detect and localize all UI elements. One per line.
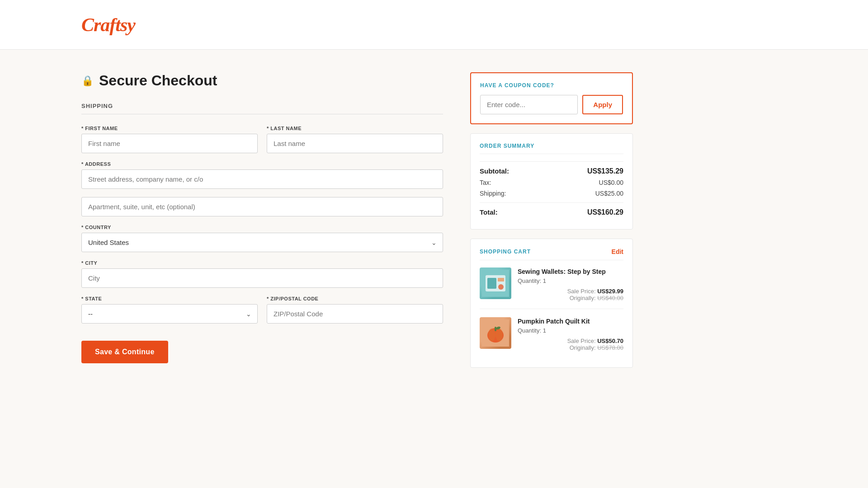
total-value: US$160.29 — [587, 208, 623, 216]
lock-icon: 🔒 — [81, 75, 94, 87]
svg-point-8 — [495, 328, 503, 341]
sale-price-value-2: US$50.70 — [597, 338, 623, 344]
city-input[interactable] — [81, 268, 443, 288]
cart-header: SHOPPING CART Edit — [480, 248, 623, 260]
item-info-2: Pumpkin Patch Quilt Kit Quantity: 1 Sale… — [518, 317, 623, 351]
address-input-1[interactable] — [81, 169, 443, 189]
item-qty-2: Quantity: 1 — [518, 327, 623, 334]
sale-price-label-1: Sale Price: — [567, 288, 596, 295]
sewing-wallets-image — [482, 270, 509, 297]
country-group: * COUNTRY United States Canada United Ki… — [81, 225, 443, 252]
last-name-input[interactable] — [267, 134, 443, 153]
subtotal-value: US$135.29 — [587, 167, 623, 175]
coupon-title: HAVE A COUPON CODE? — [480, 82, 623, 89]
address-group: * ADDRESS — [81, 161, 443, 189]
item-name-2: Pumpkin Patch Quilt Kit — [518, 317, 623, 325]
coupon-input-row: Apply — [480, 95, 623, 114]
zip-label: * ZIP/POSTAL CODE — [267, 296, 443, 301]
shipping-value: US$25.00 — [595, 190, 623, 197]
country-row: * COUNTRY United States Canada United Ki… — [81, 225, 443, 252]
pumpkin-quilt-image — [482, 319, 509, 347]
total-row: Total: US$160.29 — [480, 202, 623, 216]
original-price-label-1: Originally: — [570, 295, 596, 301]
order-summary-box: ORDER SUMMARY Subtotal: US$135.29 Tax: U… — [470, 133, 633, 230]
sale-price-value-1: US$29.99 — [597, 288, 623, 295]
state-select-wrapper: -- AL AK AZ CA CO FL GA NY TX ⌄ — [81, 304, 258, 324]
state-zip-row: * STATE -- AL AK AZ CA CO FL GA NY TX ⌄ — [81, 296, 443, 324]
address-row-2 — [81, 197, 443, 216]
page-title: Secure Checkout — [99, 72, 217, 89]
page-title-container: 🔒 Secure Checkout — [81, 72, 443, 89]
svg-rect-9 — [495, 327, 496, 331]
edit-cart-link[interactable]: Edit — [612, 248, 623, 255]
city-row: * CITY — [81, 260, 443, 288]
site-header: Craftsy — [0, 0, 868, 50]
item-orig-price-row-2: Originally: US$78.00 — [518, 344, 623, 351]
shipping-row: Shipping: US$25.00 — [480, 190, 623, 197]
item-sale-price-row-1: Sale Price: US$29.99 — [518, 288, 623, 295]
total-label: Total: — [480, 208, 498, 216]
right-panel: HAVE A COUPON CODE? Apply ORDER SUMMARY … — [470, 72, 633, 368]
svg-rect-3 — [498, 278, 504, 282]
last-name-group: * LAST NAME — [267, 126, 443, 153]
country-label: * COUNTRY — [81, 225, 443, 230]
coupon-input[interactable] — [480, 95, 578, 114]
state-label: * STATE — [81, 296, 258, 301]
cart-title: SHOPPING CART — [480, 249, 531, 255]
shopping-cart-box: SHOPPING CART Edit Sewing Wallets: Step … — [470, 239, 633, 368]
original-price-label-2: Originally: — [570, 344, 596, 351]
order-summary-title: ORDER SUMMARY — [480, 143, 623, 154]
zip-group: * ZIP/POSTAL CODE — [267, 296, 443, 324]
zip-input[interactable] — [267, 304, 443, 324]
country-select-wrapper: United States Canada United Kingdom ⌄ — [81, 233, 443, 252]
first-name-label: * FIRST NAME — [81, 126, 258, 131]
city-label: * CITY — [81, 260, 443, 266]
address-apt-group — [81, 197, 443, 216]
shipping-section-title: SHIPPING — [81, 103, 443, 114]
item-info-1: Sewing Wallets: Step by Step Quantity: 1… — [518, 267, 623, 301]
item-price-block-1: Sale Price: US$29.99 Originally: US$40.0… — [518, 288, 623, 301]
tax-label: Tax: — [480, 179, 491, 186]
svg-point-4 — [498, 284, 504, 290]
apply-coupon-button[interactable]: Apply — [582, 95, 623, 114]
last-name-label: * LAST NAME — [267, 126, 443, 131]
state-group: * STATE -- AL AK AZ CA CO FL GA NY TX ⌄ — [81, 296, 258, 324]
city-group: * CITY — [81, 260, 443, 288]
site-logo: Craftsy — [81, 14, 135, 36]
checkout-form: 🔒 Secure Checkout SHIPPING * FIRST NAME … — [81, 72, 443, 368]
cart-item: Sewing Wallets: Step by Step Quantity: 1… — [480, 267, 623, 309]
first-name-group: * FIRST NAME — [81, 126, 258, 153]
item-name-1: Sewing Wallets: Step by Step — [518, 267, 623, 276]
cart-item: Pumpkin Patch Quilt Kit Quantity: 1 Sale… — [480, 317, 623, 358]
address-row-1: * ADDRESS — [81, 161, 443, 189]
coupon-box: HAVE A COUPON CODE? Apply — [470, 72, 633, 124]
subtotal-row: Subtotal: US$135.29 — [480, 161, 623, 175]
svg-rect-2 — [487, 278, 496, 289]
first-name-input[interactable] — [81, 134, 258, 153]
svg-point-7 — [488, 328, 495, 341]
item-qty-1: Quantity: 1 — [518, 277, 623, 284]
item-thumbnail-sewing — [480, 267, 511, 299]
subtotal-label: Subtotal: — [480, 167, 509, 175]
shipping-label: Shipping: — [480, 190, 506, 197]
item-price-block-2: Sale Price: US$50.70 Originally: US$78.0… — [518, 338, 623, 351]
original-price-value-2: US$78.00 — [597, 344, 623, 351]
tax-row: Tax: US$0.00 — [480, 179, 623, 186]
name-row: * FIRST NAME * LAST NAME — [81, 126, 443, 153]
original-price-value-1: US$40.00 — [597, 295, 623, 301]
item-orig-price-row-1: Originally: US$40.00 — [518, 295, 623, 301]
address-label: * ADDRESS — [81, 161, 443, 167]
state-select[interactable]: -- AL AK AZ CA CO FL GA NY TX — [81, 304, 258, 324]
country-select[interactable]: United States Canada United Kingdom — [81, 233, 443, 252]
address-input-2[interactable] — [81, 197, 443, 216]
save-continue-button[interactable]: Save & Continue — [81, 341, 168, 363]
tax-value: US$0.00 — [599, 179, 623, 186]
item-thumbnail-pumpkin — [480, 317, 511, 349]
sale-price-label-2: Sale Price: — [567, 338, 596, 344]
item-sale-price-row-2: Sale Price: US$50.70 — [518, 338, 623, 344]
